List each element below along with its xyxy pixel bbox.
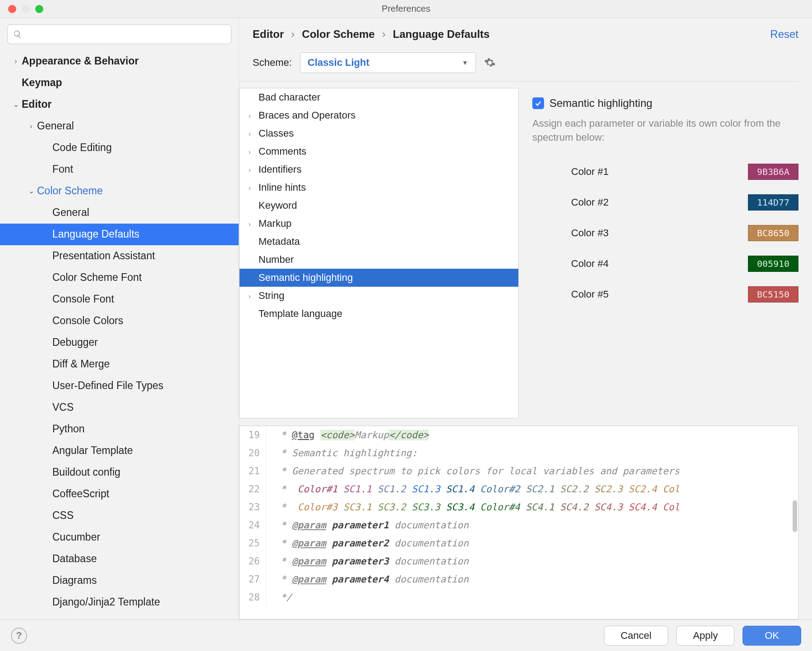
zoom-icon[interactable] — [35, 5, 43, 13]
category-item[interactable]: Bad character — [240, 88, 518, 106]
sidebar-item[interactable]: User-Defined File Types — [0, 375, 239, 397]
sidebar-item-label: CSS — [52, 509, 74, 523]
category-item[interactable]: Template language — [240, 305, 518, 323]
chevron-right-icon: › — [249, 220, 258, 228]
sidebar-item[interactable]: Angular Template — [0, 440, 239, 462]
semantic-highlighting-label: Semantic highlighting — [549, 97, 652, 110]
chevron-right-icon: › — [249, 184, 258, 192]
preview-line: 19 * @tag <code>Markup</code> — [240, 426, 798, 444]
category-item[interactable]: ›Markup — [240, 215, 518, 233]
sidebar-item-label: VCS — [52, 400, 74, 414]
apply-button[interactable]: Apply — [676, 626, 734, 646]
sidebar-item[interactable]: Presentation Assistant — [0, 245, 239, 267]
sidebar-item[interactable]: ⌄Editor — [0, 94, 239, 115]
line-number: 20 — [240, 444, 267, 462]
semantic-help-text: Assign each parameter or variable its ow… — [532, 117, 798, 145]
category-item[interactable]: Number — [240, 251, 518, 269]
line-number: 21 — [240, 462, 267, 480]
sidebar-item[interactable]: Database — [0, 548, 239, 570]
semantic-highlighting-checkbox[interactable] — [532, 97, 544, 109]
category-item[interactable]: ›Braces and Operators — [240, 106, 518, 124]
sidebar-item[interactable]: ›General — [0, 115, 239, 137]
sidebar-item[interactable]: Code Editing — [0, 137, 239, 159]
category-label: Classes — [258, 128, 294, 139]
category-item[interactable]: Semantic highlighting — [240, 269, 518, 287]
sidebar-item[interactable]: Keymap — [0, 72, 239, 94]
sidebar-item[interactable]: Language Defaults — [0, 224, 239, 245]
category-item[interactable]: ›Identifiers — [240, 160, 518, 179]
sidebar-item[interactable]: General — [0, 202, 239, 224]
category-label: Template language — [258, 308, 342, 320]
category-item[interactable]: ›String — [240, 287, 518, 305]
sidebar-item-label: Language Defaults — [52, 227, 139, 241]
sidebar-item[interactable]: Debugger — [0, 332, 239, 353]
color-swatch[interactable]: BC8650 — [748, 225, 798, 241]
sidebar-item-label: Color Scheme Font — [52, 270, 142, 284]
sidebar-item[interactable]: Console Font — [0, 289, 239, 310]
sidebar-item[interactable]: ›Appearance & Behavior — [0, 50, 239, 72]
sidebar-item[interactable]: CoffeeScript — [0, 483, 239, 505]
sidebar-item[interactable]: Diagrams — [0, 570, 239, 591]
sidebar-item[interactable]: Cucumber — [0, 527, 239, 548]
category-label: String — [258, 290, 284, 302]
scheme-select[interactable]: Classic Light ▼ — [300, 52, 476, 73]
category-item[interactable]: ›Inline hints — [240, 179, 518, 197]
code-preview: 19 * @tag <code>Markup</code>20 * Semant… — [239, 426, 798, 619]
sidebar-item[interactable]: Diff & Merge — [0, 353, 239, 375]
sidebar-item-label: Diff & Merge — [52, 357, 110, 371]
sidebar-item-label: Keymap — [22, 76, 62, 90]
sidebar-item[interactable]: Console Colors — [0, 310, 239, 332]
sidebar-item-label: Debugger — [52, 335, 98, 349]
chevron-down-icon: ⌄ — [27, 186, 35, 196]
sidebar-item[interactable]: ⌄Color Scheme — [0, 180, 239, 202]
line-number: 23 — [240, 498, 267, 516]
scheme-value: Classic Light — [308, 57, 369, 69]
search-input[interactable] — [7, 24, 231, 44]
sidebar-item[interactable]: CSS — [0, 505, 239, 527]
category-label: Identifiers — [258, 164, 301, 175]
chevron-right-icon: › — [27, 121, 35, 131]
bottom-bar: ? Cancel Apply OK — [0, 619, 812, 651]
sidebar-item-label: Database — [52, 552, 97, 566]
sidebar-item[interactable]: Font — [0, 159, 239, 180]
reset-link[interactable]: Reset — [770, 28, 798, 41]
sidebar-item-label: CoffeeScript — [52, 487, 109, 501]
category-label: Braces and Operators — [258, 110, 355, 121]
crumb-color-scheme[interactable]: Color Scheme — [302, 28, 374, 41]
scheme-label: Scheme: — [253, 57, 292, 69]
line-number: 26 — [240, 552, 267, 570]
category-item[interactable]: ›Comments — [240, 142, 518, 160]
category-item[interactable]: Metadata — [240, 233, 518, 251]
preview-line: 25 * @param parameter2 documentation — [240, 534, 798, 552]
color-swatch[interactable]: BC5150 — [748, 286, 798, 303]
ok-button[interactable]: OK — [743, 626, 801, 646]
sidebar-item[interactable]: Python — [0, 418, 239, 440]
scrollbar-thumb[interactable] — [793, 500, 797, 532]
sidebar-item[interactable]: Color Scheme Font — [0, 267, 239, 289]
color-swatch[interactable]: 114D77 — [748, 194, 798, 211]
sidebar-item-label: Console Colors — [52, 314, 123, 328]
sidebar-item[interactable]: VCS — [0, 397, 239, 418]
color-swatch[interactable]: 9B3B6A — [748, 164, 798, 180]
sidebar-item-label: Font — [52, 162, 73, 176]
preview-line: 23 * Color#3 SC3.1 SC3.2 SC3.3 SC3.4 Col… — [240, 498, 798, 516]
crumb-editor[interactable]: Editor — [253, 28, 284, 41]
sidebar: ›Appearance & BehaviorKeymap⌄Editor›Gene… — [0, 18, 239, 619]
category-label: Metadata — [258, 236, 300, 248]
options-pane: Semantic highlighting Assign each parame… — [532, 88, 798, 418]
color-swatch[interactable]: 005910 — [748, 256, 798, 272]
help-button[interactable]: ? — [11, 628, 27, 644]
chevron-right-icon: › — [382, 28, 386, 41]
close-icon[interactable] — [8, 5, 16, 13]
category-item[interactable]: Keyword — [240, 197, 518, 215]
search-field[interactable] — [26, 29, 226, 39]
line-number: 22 — [240, 480, 267, 498]
category-item[interactable]: ›Classes — [240, 124, 518, 142]
gear-icon[interactable] — [484, 57, 496, 69]
sidebar-item[interactable]: Buildout config — [0, 462, 239, 483]
chevron-right-icon: › — [249, 166, 258, 174]
color-stop-label: Color #5 — [532, 289, 748, 300]
minimize-icon — [22, 5, 30, 13]
cancel-button[interactable]: Cancel — [604, 626, 668, 646]
sidebar-item[interactable]: Django/Jinja2 Template — [0, 591, 239, 613]
